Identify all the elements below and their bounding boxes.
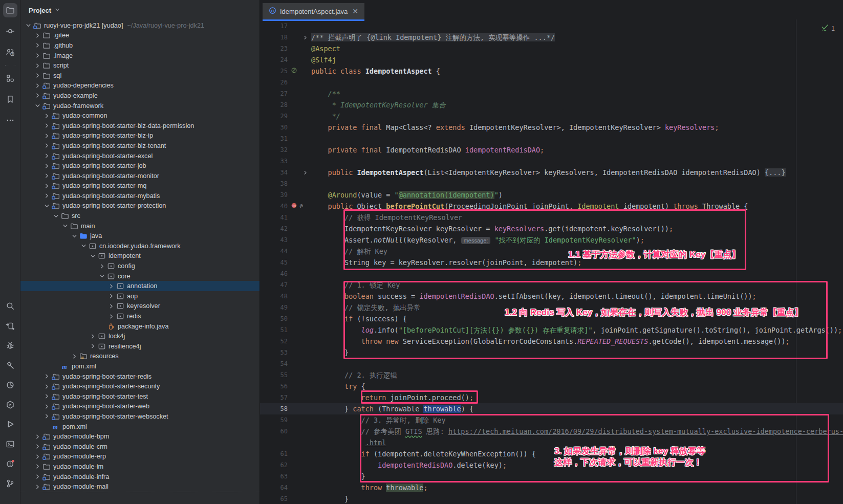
code-line-41[interactable]: 41 // 获得 IdempotentKeyResolver — [260, 212, 843, 223]
tree-item-yudao-spring-boot-starter-test[interactable]: yudao-spring-boot-starter-test — [20, 391, 260, 402]
line-number[interactable]: 26 — [260, 79, 290, 86]
tree-item-github[interactable]: .github — [20, 40, 260, 51]
code-line-62[interactable]: 62 idempotentRedisDAO.delete(key); — [260, 459, 843, 471]
chevron-right-icon[interactable] — [88, 332, 97, 340]
profiler-icon[interactable] — [3, 378, 17, 392]
tree-item-ruoyi-vue-pro-jdk21-yudao[interactable]: ruoyi-vue-pro-jdk21 [yudao]~/Java/ruoyi-… — [20, 20, 260, 31]
line-number[interactable]: 61 — [260, 450, 290, 457]
code-line-30[interactable]: 30 private final Map<Class<? extends Ide… — [260, 122, 843, 133]
chevron-right-icon[interactable] — [42, 402, 51, 410]
code-line-25[interactable]: 25public class IdempotentAspect { — [260, 65, 843, 77]
tree-item-core[interactable]: core — [20, 271, 260, 281]
code-line-64[interactable]: 64 throw throwable; — [260, 482, 843, 493]
chevron-right-icon[interactable] — [42, 152, 51, 160]
tree-item-script[interactable]: script — [20, 60, 260, 71]
line-number[interactable]: 45 — [260, 259, 290, 266]
chevron-down-icon[interactable] — [42, 202, 51, 210]
code-line-39[interactable]: 39 @Around(value = "@annotation(idempote… — [260, 189, 843, 201]
line-number[interactable]: 59 — [260, 417, 290, 424]
line-number[interactable]: 43 — [260, 236, 290, 244]
code-line-60-wrap[interactable]: .html — [260, 437, 843, 448]
chevron-down-icon[interactable] — [97, 272, 106, 280]
tree-item-yudao-module-mall[interactable]: yudao-module-mall — [20, 481, 260, 492]
search-icon[interactable] — [3, 299, 17, 313]
tree-item-yudao-spring-boot-starter-websocket[interactable]: yudao-spring-boot-starter-websocket — [20, 411, 260, 422]
chevron-right-icon[interactable] — [42, 172, 51, 180]
gutter[interactable] — [290, 169, 311, 176]
code-line-56[interactable]: 56 try { — [260, 381, 843, 392]
line-number[interactable]: 39 — [260, 191, 290, 199]
services-icon[interactable] — [3, 398, 17, 412]
more-tool-windows-icon[interactable] — [3, 113, 17, 127]
line-number[interactable]: 47 — [260, 281, 290, 289]
line-number[interactable]: 55 — [260, 371, 290, 379]
chevron-right-icon[interactable] — [33, 92, 42, 100]
code-line-23[interactable]: 23@Aspect — [260, 43, 843, 54]
tree-item-yudao-spring-boot-starter-redis[interactable]: yudao-spring-boot-starter-redis — [20, 371, 260, 382]
code-line-33[interactable]: 33 — [260, 156, 843, 167]
chevron-right-icon[interactable] — [106, 312, 116, 320]
code-line-48[interactable]: 48 boolean success = idempotentRedisDAO.… — [260, 291, 843, 302]
chevron-right-icon[interactable] — [33, 81, 42, 90]
tree-item-gitee[interactable]: .gitee — [20, 31, 260, 41]
chevron-right-icon[interactable] — [42, 112, 51, 120]
tree-item-yudao-spring-boot-starter-protection[interactable]: yudao-spring-boot-starter-protection — [20, 201, 260, 211]
run-icon[interactable] — [3, 417, 17, 431]
fold-arrow-icon[interactable] — [302, 34, 309, 41]
code-line-26[interactable]: 26 — [260, 77, 843, 88]
code-line-24[interactable]: 24@Slf4j — [260, 54, 843, 65]
code-line-32[interactable]: 32 private final IdempotentRedisDAO idem… — [260, 144, 843, 156]
line-number[interactable]: 24 — [260, 56, 290, 63]
line-number[interactable]: 40 — [260, 203, 290, 210]
chevron-right-icon[interactable] — [106, 302, 116, 310]
chevron-right-icon[interactable] — [33, 72, 42, 80]
project-panel-header[interactable]: Project — [20, 0, 260, 20]
chevron-right-icon[interactable] — [33, 463, 42, 471]
chevron-right-icon[interactable] — [42, 412, 51, 421]
code-line-38[interactable]: 38 — [260, 178, 843, 189]
chevron-down-icon[interactable] — [79, 242, 88, 250]
code-line-46[interactable]: 46 — [260, 268, 843, 279]
line-number[interactable]: 29 — [260, 113, 290, 120]
tree-item-yudao-spring-boot-starter-biz-ip[interactable]: yudao-spring-boot-starter-biz-ip — [20, 131, 260, 141]
chevron-down-icon[interactable] — [33, 102, 42, 110]
aop-advice-icon[interactable]: m — [291, 202, 297, 211]
line-number[interactable]: 54 — [260, 360, 290, 367]
code-line-50[interactable]: 50 if (!success) { — [260, 313, 843, 324]
line-number[interactable]: 56 — [260, 383, 290, 390]
code-line-34[interactable]: 34 public IdempotentAspect(List<Idempote… — [260, 167, 843, 178]
gutter[interactable] — [290, 67, 311, 76]
gutter[interactable]: m@ — [290, 202, 311, 211]
tree-item-yudao-framework[interactable]: yudao-framework — [20, 101, 260, 111]
line-number[interactable]: 48 — [260, 293, 290, 300]
tree-item-yudao-module-crm[interactable]: yudao-module-crm — [20, 442, 260, 452]
chevron-right-icon[interactable] — [106, 292, 116, 300]
line-number[interactable]: 30 — [260, 124, 290, 131]
annotated-icon[interactable]: @ — [298, 202, 305, 211]
tree-item-keyresolver[interactable]: keyresolver — [20, 301, 260, 312]
code-line-47[interactable]: 47 // 1. 锁定 Key — [260, 279, 843, 291]
structure-icon[interactable] — [3, 71, 17, 85]
build-icon[interactable] — [3, 358, 17, 372]
tree-item-yudao-spring-boot-starter-excel[interactable]: yudao-spring-boot-starter-excel — [20, 151, 260, 161]
code-line-59[interactable]: 59 // 3. 异常时, 删除 Key — [260, 414, 843, 426]
line-number[interactable]: 62 — [260, 462, 290, 469]
chevron-right-icon[interactable] — [33, 41, 42, 50]
chevron-right-icon[interactable] — [106, 282, 116, 290]
version-control-icon[interactable] — [3, 476, 17, 491]
tree-item-idempotent[interactable]: idempotent — [20, 251, 260, 261]
tree-item-image[interactable]: .image — [20, 51, 260, 61]
chevron-down-icon[interactable] — [60, 222, 70, 230]
line-number[interactable]: 23 — [260, 45, 290, 52]
tree-item-yudao-spring-boot-starter-security[interactable]: yudao-spring-boot-starter-security — [20, 381, 260, 391]
line-number[interactable]: 34 — [260, 169, 290, 176]
tree-item-yudao-module-infra[interactable]: yudao-module-infra — [20, 472, 260, 482]
tree-item-resources[interactable]: resources — [20, 352, 260, 362]
code-line-18[interactable]: 18/** 拦截声明了 {@link Idempotent} 注解的方法, 实现… — [260, 32, 843, 43]
bookmarks-icon[interactable] — [3, 92, 17, 106]
code-line-28[interactable]: 28 * IdempotentKeyResolver 集合 — [260, 99, 843, 111]
editor-tab-idempotentaspect[interactable]: C IdempotentAspect.java ✕ — [263, 3, 364, 19]
tree-item-main[interactable]: main — [20, 221, 260, 231]
chevron-right-icon[interactable] — [42, 132, 51, 140]
line-number[interactable]: 31 — [260, 135, 290, 142]
